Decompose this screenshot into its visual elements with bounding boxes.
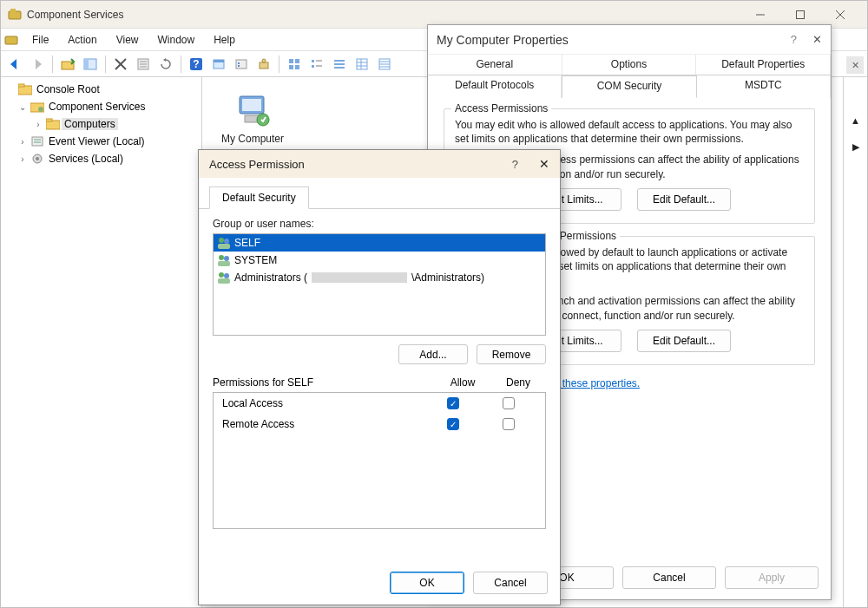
small-icons-button[interactable] [306, 54, 327, 75]
tree-component-services[interactable]: ⌄ Component Services [1, 98, 201, 115]
svg-point-63 [224, 256, 229, 261]
forward-button[interactable] [27, 54, 48, 75]
svg-rect-28 [295, 65, 299, 69]
svg-point-22 [238, 65, 240, 67]
menu-window[interactable]: Window [149, 31, 204, 49]
svg-rect-45 [18, 84, 24, 87]
tree-event-viewer[interactable]: › Event Viewer (Local) [1, 133, 201, 150]
allow-checkbox[interactable]: ✓ [447, 397, 459, 409]
tab-default-properties[interactable]: Default Properties [696, 55, 831, 75]
delete-button[interactable] [110, 54, 131, 75]
svg-rect-29 [312, 60, 314, 62]
scroll-up-icon[interactable]: ▲ [851, 115, 860, 126]
tab-com-security[interactable]: COM Security [562, 75, 696, 98]
refresh-button[interactable] [155, 54, 176, 75]
tab-options[interactable]: Options [562, 55, 697, 75]
launch-edit-default-button[interactable]: Edit Default... [637, 330, 731, 352]
toolbar-icon-7[interactable] [231, 54, 252, 75]
add-button[interactable]: Add... [398, 344, 468, 364]
svg-rect-32 [316, 65, 322, 67]
tab-default-protocols[interactable]: Default Protocols [428, 75, 562, 98]
tree-computers[interactable]: › Computers [1, 115, 201, 133]
props-titlebar: My Computer Properties ? ✕ [428, 25, 831, 55]
actions-pane-collapsed: ▲ ▶ [843, 77, 867, 607]
details-button-2[interactable] [374, 54, 395, 75]
minimize-button[interactable] [740, 2, 780, 28]
folder-icon [18, 82, 32, 96]
menu-file[interactable]: File [23, 31, 57, 49]
user-list-label: SYSTEM [234, 254, 277, 266]
user-list-item[interactable]: SYSTEM [214, 252, 545, 269]
tree-services[interactable]: › Services (Local) [1, 150, 201, 167]
close-button[interactable] [820, 2, 860, 28]
user-listbox[interactable]: SELFSYSTEMAdministrators (\Administrator… [213, 233, 546, 336]
svg-rect-0 [9, 11, 21, 19]
menu-help[interactable]: Help [205, 31, 244, 49]
props-help-button[interactable]: ? [791, 33, 797, 46]
menu-view[interactable]: View [108, 31, 148, 49]
user-list-item[interactable]: Administrators (\Administrators) [214, 269, 545, 286]
props-cancel-button[interactable]: Cancel [622, 566, 716, 589]
svg-point-47 [38, 107, 43, 112]
allow-checkbox[interactable]: ✓ [447, 418, 459, 430]
props-close-button[interactable]: ✕ [812, 33, 822, 46]
permission-row: Local Access✓ [214, 393, 545, 414]
up-button[interactable] [57, 54, 78, 75]
expand-icon[interactable]: › [16, 154, 29, 164]
svg-point-65 [219, 272, 224, 278]
props-apply-button[interactable]: Apply [725, 566, 819, 589]
event-viewer-icon [30, 134, 44, 148]
deny-checkbox[interactable] [503, 397, 515, 409]
svg-rect-25 [289, 59, 293, 63]
svg-point-62 [219, 255, 224, 260]
svg-point-24 [262, 59, 266, 62]
svg-rect-49 [46, 119, 52, 121]
user-list-item[interactable]: SELF [214, 234, 545, 252]
item-my-computer[interactable]: My Computer [209, 84, 296, 152]
tab-msdtc[interactable]: MSDTC [697, 75, 831, 98]
svg-point-66 [224, 273, 229, 278]
user-list-label: Administrators ( [234, 271, 307, 284]
mdi-close-button[interactable]: ✕ [846, 56, 864, 74]
maximize-button[interactable] [780, 2, 820, 28]
toolbar-icon-6[interactable] [208, 54, 229, 75]
tree-console-root[interactable]: Console Root [1, 81, 201, 98]
perm-help-button[interactable]: ? [512, 158, 518, 171]
svg-rect-36 [357, 59, 367, 69]
svg-rect-27 [289, 65, 293, 69]
svg-rect-31 [312, 65, 314, 68]
show-hide-tree-button[interactable] [80, 54, 101, 75]
back-button[interactable] [4, 54, 25, 75]
permission-name: Local Access [222, 397, 425, 409]
expand-icon[interactable]: › [16, 137, 29, 147]
help-button[interactable]: ? [186, 54, 207, 75]
access-edit-default-button[interactable]: Edit Default... [637, 188, 731, 211]
svg-rect-30 [316, 60, 322, 62]
properties-button[interactable] [133, 54, 154, 75]
remove-button[interactable]: Remove [477, 344, 546, 364]
perm-body: Group or user names: SELFSYSTEMAdministr… [199, 209, 560, 538]
svg-rect-9 [84, 59, 89, 69]
menu-action[interactable]: Action [59, 31, 105, 49]
collapse-icon[interactable]: ⌄ [16, 102, 29, 112]
perm-cancel-button[interactable]: Cancel [473, 572, 548, 594]
svg-point-59 [219, 238, 224, 243]
tab-default-security[interactable]: Default Security [209, 186, 309, 209]
props-tabs-row1: General Options Default Properties [428, 55, 831, 75]
toolbar-icon-8[interactable] [253, 54, 274, 75]
scroll-right-icon[interactable]: ▶ [852, 141, 859, 153]
folder-icon [46, 117, 60, 131]
group-label: Group or user names: [213, 218, 546, 230]
tree-pane[interactable]: Console Root ⌄ Component Services › Comp… [1, 77, 202, 607]
large-icons-button[interactable] [284, 54, 305, 75]
services-icon [30, 152, 44, 166]
user-list-label: SELF [234, 237, 260, 249]
perm-ok-button[interactable]: OK [390, 572, 464, 594]
deny-checkbox[interactable] [503, 418, 515, 430]
perm-close-button[interactable]: ✕ [539, 157, 549, 171]
svg-rect-23 [260, 62, 268, 69]
list-button[interactable] [329, 54, 350, 75]
tab-general[interactable]: General [428, 55, 562, 75]
details-button[interactable] [352, 54, 372, 75]
expand-icon[interactable]: › [32, 120, 44, 129]
